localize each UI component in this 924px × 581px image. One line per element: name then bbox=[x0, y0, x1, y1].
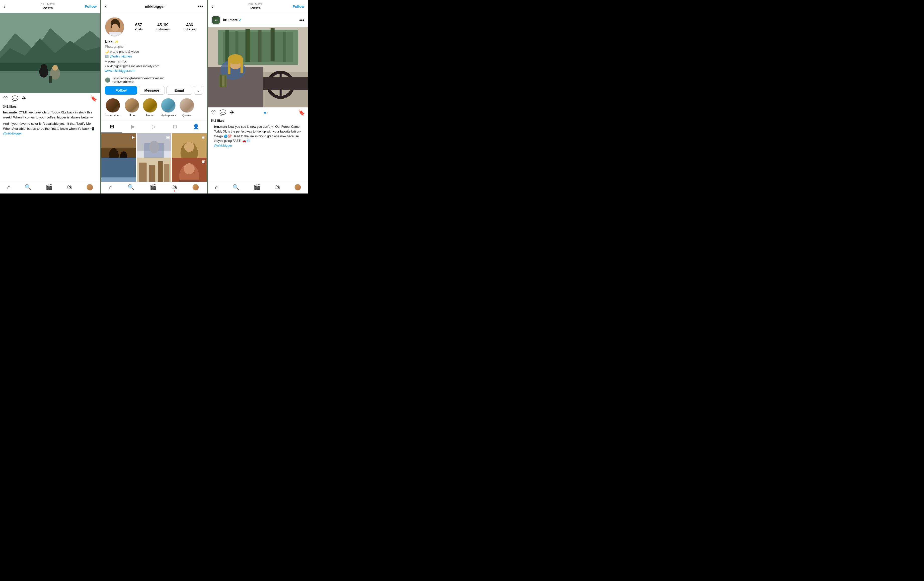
bio-email: • nikkibigger@thesociablesociety.com bbox=[105, 64, 203, 69]
svg-rect-48 bbox=[258, 30, 261, 62]
svg-rect-34 bbox=[149, 165, 155, 182]
tab-igtv[interactable]: ▷ bbox=[144, 121, 165, 133]
right-reels-nav[interactable]: 🎬 bbox=[254, 184, 260, 190]
highlight-label-homemade: homemade... bbox=[105, 114, 121, 117]
grid-badge-3: ▣ bbox=[201, 135, 205, 139]
right-follow-button[interactable]: Follow bbox=[293, 4, 305, 8]
svg-rect-40 bbox=[179, 180, 199, 182]
right-like-icon[interactable]: ♡ bbox=[211, 109, 216, 116]
middle-username: nikkibigger bbox=[112, 4, 198, 8]
highlight-label-urbn: Urbn bbox=[129, 114, 135, 117]
share-icon[interactable]: ✈ bbox=[22, 95, 26, 102]
follow-button[interactable]: Follow bbox=[105, 86, 137, 94]
middle-search-nav[interactable]: 🔍 bbox=[128, 184, 134, 190]
shop-notification-dot bbox=[174, 190, 175, 192]
profile-nav[interactable] bbox=[87, 184, 93, 190]
followers-count: 45.1K bbox=[157, 23, 168, 27]
bio-section: Nikki ✨ Photographer 🌙 brand photo & vid… bbox=[101, 40, 206, 75]
middle-profile-nav[interactable] bbox=[192, 184, 199, 190]
tab-tagged[interactable]: 👤 bbox=[186, 121, 207, 133]
right-header: ‹ BRU.MATE Posts Follow bbox=[208, 0, 308, 13]
svg-rect-63 bbox=[219, 75, 222, 87]
left-header-center: BRU.MATE Posts bbox=[10, 3, 85, 10]
svg-rect-35 bbox=[158, 161, 163, 182]
right-post-text: 542 likes bru.mate Now you see it, now y… bbox=[208, 118, 308, 151]
account-header: BM bru.mate ✓ ••• bbox=[208, 13, 308, 27]
grid-cell-6[interactable]: ▣ bbox=[172, 157, 206, 182]
back-button[interactable]: ‹ bbox=[3, 3, 10, 10]
message-button[interactable]: Message bbox=[139, 86, 165, 94]
bio-line-2: 🏢 @urbn_kitchen bbox=[105, 54, 203, 59]
left-caption: bru.mate ICYMI: we have lots of Toddy XL… bbox=[3, 110, 97, 120]
account-name: bru.mate ✓ bbox=[223, 18, 297, 22]
bio-urbn-mention[interactable]: @urbn_kitchen bbox=[110, 55, 132, 58]
tab-grid[interactable]: ⊞ bbox=[101, 121, 122, 133]
svg-rect-61 bbox=[240, 59, 243, 73]
grid-cell-4[interactable] bbox=[101, 157, 136, 182]
middle-home-nav[interactable]: ⌂ bbox=[109, 184, 112, 190]
highlight-home[interactable]: Home bbox=[143, 98, 157, 117]
right-back-button[interactable]: ‹ bbox=[211, 3, 218, 10]
search-nav[interactable]: 🔍 bbox=[25, 184, 31, 190]
right-mention[interactable]: @nikkibigger bbox=[214, 144, 232, 147]
middle-header: ‹ nikkibigger ••• bbox=[101, 0, 206, 13]
bookmark-icon[interactable]: 🔖 bbox=[90, 95, 97, 102]
follower1-name[interactable]: globalworkandtravel bbox=[129, 76, 159, 80]
highlight-homemade[interactable]: homemade... bbox=[105, 98, 121, 117]
middle-dots[interactable]: ••• bbox=[198, 3, 203, 9]
right-shop-nav[interactable]: 🛍 bbox=[275, 184, 280, 190]
left-caption-username[interactable]: bru.mate bbox=[3, 111, 17, 114]
highlight-quotes[interactable]: Quotes bbox=[180, 98, 194, 117]
svg-rect-7 bbox=[41, 68, 43, 77]
followed-by: Followed by globalworkandtravel and tori… bbox=[101, 75, 206, 86]
more-button[interactable]: ⌄ bbox=[194, 86, 203, 94]
middle-panel: ‹ nikkibigger ••• bbox=[100, 0, 208, 194]
right-comment-icon[interactable]: 💬 bbox=[219, 109, 226, 116]
followers-stat[interactable]: 45.1K Followers bbox=[156, 23, 170, 31]
right-header-subtitle: BRU.MATE bbox=[218, 3, 293, 6]
left-bottom-nav: ⌂ 🔍 🎬 🛍 bbox=[0, 182, 100, 194]
right-header-center: BRU.MATE Posts bbox=[218, 3, 293, 10]
comment-icon[interactable]: 💬 bbox=[12, 95, 18, 102]
highlight-circle-urbn bbox=[125, 98, 139, 113]
follower2-name[interactable]: torie.mcdermot bbox=[112, 80, 134, 84]
left-mention[interactable]: @nikkibigger bbox=[3, 131, 22, 135]
right-home-nav[interactable]: ⌂ bbox=[215, 184, 218, 190]
right-share-icon[interactable]: ✈ bbox=[230, 109, 234, 116]
left-action-icons: ♡ 💬 ✈ bbox=[3, 95, 26, 102]
shop-nav[interactable]: 🛍 bbox=[67, 184, 72, 190]
tab-reels[interactable]: ▶ bbox=[122, 121, 144, 133]
home-nav[interactable]: ⌂ bbox=[7, 184, 10, 190]
bio-website[interactable]: www.nikkibigger.com bbox=[105, 69, 203, 73]
middle-reels-nav[interactable]: 🎬 bbox=[150, 184, 157, 190]
right-search-nav[interactable]: 🔍 bbox=[233, 184, 239, 190]
highlight-urbn[interactable]: Urbn bbox=[125, 98, 139, 117]
posts-stat: 657 Posts bbox=[134, 23, 143, 31]
right-profile-nav[interactable] bbox=[294, 184, 301, 190]
left-header-subtitle: BRU.MATE bbox=[10, 3, 85, 6]
tab-guide[interactable]: ⊡ bbox=[165, 121, 186, 133]
following-stat[interactable]: 436 Following bbox=[183, 23, 196, 31]
right-post-dots[interactable]: ••• bbox=[299, 17, 305, 23]
bio-title: Photographer bbox=[105, 44, 203, 49]
grid-cell-5[interactable] bbox=[137, 157, 171, 182]
left-header: ‹ BRU.MATE Posts Follow bbox=[0, 0, 100, 13]
left-follow-button[interactable]: Follow bbox=[85, 4, 97, 8]
middle-header-center: nikkibigger bbox=[112, 4, 198, 8]
carousel-dot-1 bbox=[264, 112, 266, 114]
highlight-label-hydro: Hydroponics bbox=[161, 114, 176, 117]
right-caption-username[interactable]: bru.mate bbox=[214, 125, 227, 129]
right-bookmark-icon[interactable]: 🔖 bbox=[298, 109, 305, 116]
right-action-icons: ♡ 💬 ✈ bbox=[211, 109, 234, 116]
svg-rect-31 bbox=[101, 157, 136, 177]
highlight-circle-homemade bbox=[106, 98, 120, 113]
middle-back-button[interactable]: ‹ bbox=[105, 3, 112, 10]
highlight-label-quotes: Quotes bbox=[182, 114, 191, 117]
highlight-circle-quotes bbox=[180, 98, 194, 113]
like-icon[interactable]: ♡ bbox=[3, 95, 8, 102]
reels-nav[interactable]: 🎬 bbox=[46, 184, 53, 190]
email-button[interactable]: Email bbox=[166, 86, 192, 94]
middle-shop-nav[interactable]: 🛍 bbox=[172, 184, 177, 190]
highlight-hydroponics[interactable]: Hydroponics bbox=[161, 98, 176, 117]
verified-badge: ✓ bbox=[239, 18, 242, 22]
